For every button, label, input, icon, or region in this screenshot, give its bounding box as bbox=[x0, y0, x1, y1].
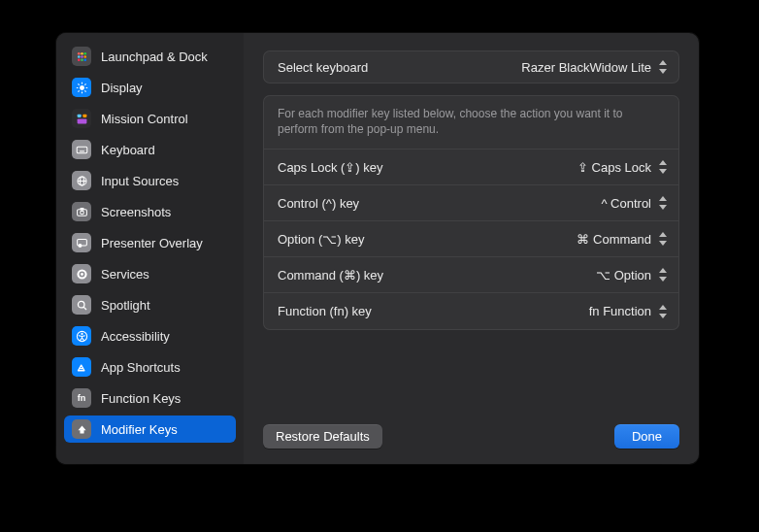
svg-line-34 bbox=[83, 307, 86, 310]
sidebar-item-label: App Shortcuts bbox=[101, 360, 181, 375]
row-control: Control (^) key ^ Control bbox=[264, 185, 678, 221]
svg-line-17 bbox=[84, 83, 85, 84]
row-label: Option (⌥) key bbox=[278, 232, 364, 247]
row-command: Command (⌘) key ⌥ Option bbox=[264, 257, 678, 293]
row-function: Function (fn) key fn Function bbox=[264, 293, 678, 329]
control-popup[interactable]: ^ Control bbox=[601, 194, 669, 212]
svg-rect-21 bbox=[77, 147, 87, 153]
svg-point-8 bbox=[83, 58, 86, 61]
popup-stepper-icon bbox=[657, 158, 669, 176]
launchpad-icon bbox=[72, 47, 91, 66]
svg-line-15 bbox=[84, 90, 85, 91]
svg-rect-18 bbox=[77, 114, 81, 116]
spotlight-icon bbox=[72, 295, 91, 315]
restore-defaults-button[interactable]: Restore Defaults bbox=[263, 424, 382, 449]
svg-point-32 bbox=[81, 273, 83, 276]
svg-point-0 bbox=[77, 51, 80, 54]
accessibility-icon bbox=[72, 326, 91, 346]
popup-stepper-icon bbox=[657, 303, 669, 320]
popup-stepper-icon bbox=[657, 194, 669, 212]
row-caps-lock: Caps Lock (⇪) key ⇪ Caps Lock bbox=[264, 150, 678, 185]
caps-lock-popup[interactable]: ⇪ Caps Lock bbox=[578, 158, 669, 176]
keyboard-select-value: Razer BlackWidow Lite bbox=[521, 58, 669, 76]
sidebar-item-mission-control[interactable]: Mission Control bbox=[64, 105, 236, 132]
svg-point-4 bbox=[81, 55, 83, 58]
svg-point-3 bbox=[77, 55, 80, 58]
sidebar-item-function-keys[interactable]: fn Function Keys bbox=[64, 384, 236, 412]
modifier-keys-icon bbox=[72, 419, 91, 439]
svg-point-6 bbox=[77, 58, 80, 61]
popup-stepper-icon bbox=[657, 266, 669, 283]
sidebar-item-label: Display bbox=[101, 81, 143, 95]
input-sources-icon bbox=[72, 171, 91, 190]
sidebar-item-presenter-overlay[interactable]: Presenter Overlay bbox=[64, 229, 236, 256]
services-icon bbox=[72, 264, 91, 283]
svg-rect-19 bbox=[82, 114, 86, 116]
row-label: Caps Lock (⇪) key bbox=[278, 160, 383, 175]
sidebar-item-label: Input Sources bbox=[101, 174, 179, 188]
sidebar-item-app-shortcuts[interactable]: App Shortcuts bbox=[64, 353, 236, 381]
settings-window: Launchpad & Dock Display Mission Control… bbox=[56, 33, 699, 464]
row-option: Option (⌥) key ⌘ Command bbox=[264, 221, 678, 257]
row-label: Function (fn) key bbox=[278, 304, 372, 318]
row-label: Control (^) key bbox=[278, 196, 359, 211]
svg-point-30 bbox=[78, 243, 82, 247]
sidebar-item-modifier-keys[interactable]: Modifier Keys bbox=[64, 416, 236, 443]
svg-rect-20 bbox=[77, 118, 86, 123]
svg-point-1 bbox=[81, 51, 83, 54]
modifier-panel: For each modifier key listed below, choo… bbox=[263, 95, 679, 330]
sidebar-item-accessibility[interactable]: Accessibility bbox=[64, 322, 236, 349]
svg-rect-28 bbox=[80, 208, 82, 210]
svg-point-7 bbox=[81, 58, 83, 61]
sidebar-item-label: Accessibility bbox=[101, 329, 170, 344]
function-popup[interactable]: fn Function bbox=[589, 303, 669, 320]
keyboard-select-label: Select keyboard bbox=[278, 60, 368, 75]
svg-point-9 bbox=[80, 85, 84, 90]
sidebar-item-label: Modifier Keys bbox=[101, 422, 178, 437]
svg-point-36 bbox=[81, 332, 82, 334]
presenter-overlay-icon bbox=[72, 233, 91, 252]
option-popup[interactable]: ⌘ Command bbox=[577, 230, 669, 248]
svg-line-16 bbox=[78, 90, 79, 91]
popup-stepper-icon bbox=[657, 58, 669, 76]
display-icon bbox=[72, 78, 91, 97]
keyboard-icon bbox=[72, 140, 91, 159]
sidebar-item-label: Spotlight bbox=[101, 298, 150, 313]
svg-point-2 bbox=[83, 51, 86, 54]
sidebar: Launchpad & Dock Display Mission Control… bbox=[56, 33, 244, 464]
svg-rect-22 bbox=[80, 150, 84, 151]
sidebar-item-label: Screenshots bbox=[101, 205, 171, 219]
sidebar-item-screenshots[interactable]: Screenshots bbox=[64, 198, 236, 225]
help-text: For each modifier key listed below, choo… bbox=[264, 96, 678, 150]
svg-point-5 bbox=[83, 55, 86, 58]
sidebar-item-keyboard[interactable]: Keyboard bbox=[64, 136, 236, 163]
command-popup[interactable]: ⌥ Option bbox=[596, 266, 669, 283]
sidebar-item-spotlight[interactable]: Spotlight bbox=[64, 291, 236, 318]
sidebar-item-label: Launchpad & Dock bbox=[101, 50, 208, 64]
sidebar-item-label: Function Keys bbox=[101, 391, 181, 406]
row-label: Command (⌘) key bbox=[278, 268, 383, 283]
footer: Restore Defaults Done bbox=[263, 424, 679, 449]
keyboard-select[interactable]: Select keyboard Razer BlackWidow Lite bbox=[263, 50, 679, 83]
popup-stepper-icon bbox=[657, 230, 669, 248]
sidebar-item-services[interactable]: Services bbox=[64, 260, 236, 287]
sidebar-item-label: Services bbox=[101, 267, 149, 282]
sidebar-item-display[interactable]: Display bbox=[64, 74, 236, 101]
svg-line-14 bbox=[78, 83, 79, 84]
sidebar-item-label: Mission Control bbox=[101, 112, 188, 126]
svg-point-33 bbox=[78, 301, 84, 308]
content-pane: Select keyboard Razer BlackWidow Lite Fo… bbox=[244, 33, 699, 464]
app-shortcuts-icon bbox=[72, 357, 91, 377]
mission-control-icon bbox=[72, 109, 91, 128]
svg-point-27 bbox=[80, 211, 83, 215]
sidebar-item-label: Presenter Overlay bbox=[101, 236, 203, 250]
sidebar-item-label: Keyboard bbox=[101, 143, 155, 157]
done-button[interactable]: Done bbox=[614, 424, 679, 449]
sidebar-item-input-sources[interactable]: Input Sources bbox=[64, 167, 236, 194]
function-keys-icon: fn bbox=[72, 388, 91, 408]
sidebar-item-launchpad[interactable]: Launchpad & Dock bbox=[64, 43, 236, 70]
screenshots-icon bbox=[72, 202, 91, 221]
